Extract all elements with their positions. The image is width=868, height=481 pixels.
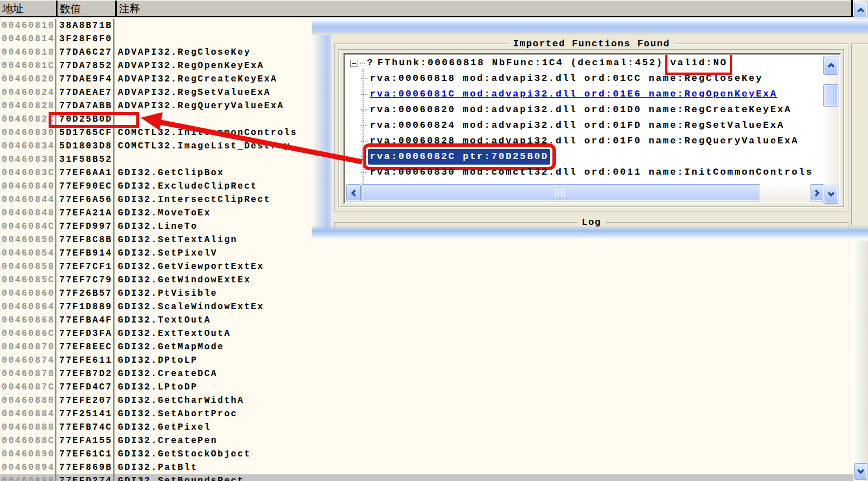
cell-address: 00460870 (0, 340, 56, 354)
dialog-titlebar-band (312, 18, 868, 35)
tree-vertical-scrollbar[interactable] (823, 55, 839, 204)
table-row[interactable]: 0046086877EFBA4FGDI32.TextOutA (0, 314, 853, 327)
table-row[interactable]: 0046089477EF869BGDI32.PatBlt (0, 461, 853, 474)
collapse-icon[interactable] (350, 60, 357, 67)
chevron-up-icon (856, 7, 865, 13)
cell-value: 5D1765CF (56, 126, 115, 140)
screen: 地址 数值 注释 0046081038A8B71B004608143F28F6F… (0, 0, 868, 481)
cell-comment: GDI32.LPtoDP (115, 381, 853, 394)
table-row[interactable]: 0046085C77EF7C79GDI32.GetWindowExtEx (0, 273, 853, 287)
tree-hscroll-thumb[interactable] (361, 184, 760, 201)
tree-guide-line (363, 69, 364, 186)
cell-address: 0046081C (0, 59, 56, 73)
table-row[interactable]: 0046087077EF8EECGDI32.GetMapMode (0, 340, 853, 354)
valid-no-flag: valid:NO (669, 55, 728, 71)
tree-scroll-down-button[interactable] (823, 185, 838, 204)
table-row[interactable]: 0046085877EF7CF1GDI32.GetViewportExtEx (0, 260, 853, 273)
cell-address: 00460824 (0, 86, 56, 99)
cell-address: 00460884 (0, 407, 56, 421)
tree-item[interactable]: rva:00060830 mod:comctl32.dll ord:0011 n… (346, 165, 825, 180)
scroll-up-button[interactable] (854, 2, 867, 18)
tree-item-label: rva:00060820 mod:advapi32.dll ord:01D0 n… (368, 102, 793, 118)
tree-item[interactable]: rva:0006081C mod:advapi32.dll ord:01E6 n… (346, 86, 825, 102)
cell-value: 77DAE9F4 (56, 73, 115, 86)
imported-functions-dialog: Imported Functions Found ? FThunk:000608… (312, 18, 868, 240)
cell-value: 77EFD997 (56, 220, 115, 233)
table-row[interactable]: 0046087477EFE611GDI32.DPtoLP (0, 354, 853, 367)
tree-item[interactable]: rva:0006082C ptr:70D25B0D (346, 149, 825, 165)
cell-comment: GDI32.DPtoLP (115, 354, 853, 367)
tree-scroll-right-button[interactable] (810, 184, 824, 201)
cell-value: 77EF90EC (56, 180, 115, 193)
table-row[interactable]: 0046088077EFE207GDI32.GetCharWidthA (0, 394, 853, 407)
chevron-down-icon (827, 191, 836, 198)
cell-address: 00460818 (0, 46, 56, 59)
table-row[interactable]: 0046086477F1D889GDI32.ScaleWindowExtEx (0, 300, 853, 314)
cell-value: 77EF8C8B (56, 233, 115, 247)
cell-comment: GDI32.TextOutA (115, 314, 853, 327)
scroll-down-button[interactable] (854, 463, 867, 480)
cell-value: 70D25B0D (56, 113, 115, 126)
cell-value: 77EFA21A (56, 206, 115, 220)
table-row[interactable]: 0046086077F26B57GDI32.PtVisible (0, 287, 853, 300)
cell-value: 77EF6A56 (56, 193, 115, 206)
cell-address: 00460850 (0, 233, 56, 247)
imports-treeview[interactable]: ? FThunk:00060818 NbFunc:1C4 (decimal:45… (344, 53, 841, 204)
cell-address: 0046088C (0, 434, 56, 448)
cell-comment: GDI32.GetMapMode (115, 340, 853, 354)
cell-value: 77F26B57 (56, 287, 115, 300)
tree-scroll-left-button[interactable] (346, 184, 361, 201)
table-row[interactable]: 0046085477EFB914GDI32.SetPixelV (0, 247, 853, 260)
tree-vscroll-thumb[interactable] (823, 84, 838, 107)
chevron-right-icon (814, 189, 821, 198)
table-row[interactable]: 0046088877EFB74CGDI32.GetPixel (0, 421, 853, 434)
tree-item-label: rva:00060830 mod:comctl32.dll ord:0011 n… (368, 165, 815, 180)
cell-address: 00460890 (0, 448, 56, 461)
tree-scroll-up-button[interactable] (823, 56, 838, 75)
tree-root-item[interactable]: ? FThunk:00060818 NbFunc:1C4 (decimal:45… (346, 55, 825, 71)
tree-item[interactable]: rva:00060820 mod:advapi32.dll ord:01D0 n… (346, 102, 825, 118)
cell-address: 00460844 (0, 193, 56, 206)
tree-item[interactable]: rva:00060818 mod:advapi32.dll ord:01CC n… (346, 71, 825, 86)
table-row[interactable]: 0046088C77EFA155GDI32.CreatePen (0, 434, 853, 448)
header-divider (851, 0, 853, 17)
groupbox-title: Imported Functions Found (509, 39, 675, 50)
tree-item[interactable]: rva:00060824 mod:advapi32.dll ord:01FD n… (346, 118, 825, 133)
tree-connector (361, 125, 368, 126)
cell-address: 00460868 (0, 314, 56, 327)
tree-horizontal-scrollbar[interactable] (346, 184, 825, 202)
cell-comment: GDI32.GetWindowExtEx (115, 273, 853, 287)
tree-connector (361, 94, 368, 95)
cell-address: 00460858 (0, 260, 56, 273)
cell-address: 0046084C (0, 220, 56, 233)
cell-address: 00460840 (0, 180, 56, 193)
table-row[interactable]: 0046089877EFD274GDI32.SetBoundsRect (0, 474, 853, 481)
cell-value: 77DAEAE7 (56, 86, 115, 99)
cell-value: 77DA7852 (56, 59, 115, 73)
cell-value: 77EFE611 (56, 354, 115, 367)
tree-item-label: rva:00060818 mod:advapi32.dll ord:01CC n… (368, 71, 765, 86)
table-row[interactable]: 0046087877EFB7D2GDI32.CreateDCA (0, 367, 853, 381)
cell-value: 77DA6C27 (56, 46, 115, 59)
table-row[interactable]: 0046087C77EFD4C7GDI32.LPtoDP (0, 381, 853, 394)
cell-address: 00460898 (0, 474, 56, 481)
cell-comment: GDI32.ExtTextOutA (115, 327, 853, 340)
cell-value: 77EF7C79 (56, 273, 115, 287)
cell-address: 00460864 (0, 300, 56, 314)
tree-item[interactable]: rva:00060828 mod:advapi32.dll ord:01F0 n… (346, 133, 825, 149)
cell-comment: GDI32.GetPixel (115, 421, 853, 434)
table-row[interactable]: 0046086C77EFD3FAGDI32.ExtTextOutA (0, 327, 853, 340)
cell-comment: GDI32.SetAbortProc (115, 407, 853, 421)
cell-comment: GDI32.ScaleWindowExtEx (115, 300, 853, 314)
table-row[interactable]: 0046089077EF61C1GDI32.GetStockObject (0, 448, 853, 461)
cell-address: 00460880 (0, 394, 56, 407)
cell-comment: GDI32.CreatePen (115, 434, 853, 448)
dump-table-header: 地址 数值 注释 (0, 0, 853, 17)
cell-value: 77F1D889 (56, 300, 115, 314)
cell-comment: GDI32.SetBoundsRect (115, 474, 853, 481)
table-row[interactable]: 0046088477F25141GDI32.SetAbortProc (0, 407, 853, 421)
cell-address: 00460830 (0, 126, 56, 140)
cell-address: 00460888 (0, 421, 56, 434)
tree-item-label: rva:00060828 mod:advapi32.dll ord:01F0 n… (368, 133, 800, 149)
cell-comment: GDI32.GetViewportExtEx (115, 260, 853, 273)
